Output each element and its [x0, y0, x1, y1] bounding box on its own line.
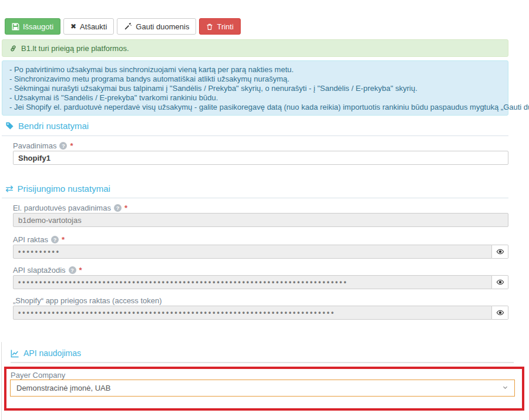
- required-asterisk: *: [124, 204, 127, 212]
- reveal-password-button[interactable]: [492, 275, 508, 289]
- exchange-icon: ⇄: [5, 184, 13, 194]
- toolbar: Išsaugoti ✖ Atšaukti Gauti duomenis Trin…: [5, 18, 241, 35]
- line-chart-icon: [11, 349, 19, 358]
- api-usage-title: API naudojimas: [23, 348, 81, 358]
- connection-settings-title: Prisijungimo nustatymai: [17, 184, 110, 194]
- api-secret-label-text: API slaptažodis: [13, 266, 66, 275]
- save-button-label: Išsaugoti: [23, 22, 53, 31]
- link-icon: [9, 45, 17, 52]
- payer-company-label-text: Payer Company: [11, 371, 65, 380]
- info-line: - Užsakymai iš "Sandėlis / E-prekyba" tv…: [9, 93, 501, 103]
- divider: [11, 362, 514, 363]
- help-icon[interactable]: ?: [59, 142, 67, 150]
- api-key-label-text: API raktas: [13, 235, 48, 244]
- access-success-text: B1.lt turi prieigą prie platformos.: [21, 44, 129, 53]
- help-icon[interactable]: ?: [51, 236, 59, 243]
- help-icon[interactable]: ?: [69, 266, 76, 274]
- trash-icon: [206, 23, 213, 31]
- help-icon[interactable]: ?: [114, 204, 122, 212]
- api-key-group: [13, 245, 508, 259]
- store-name-label-text: El. parduotuvės pavadinimas: [13, 204, 111, 212]
- cancel-x-icon: ✖: [70, 23, 76, 30]
- required-asterisk: *: [62, 235, 65, 244]
- sync-info-alert: - Po patvirtinimo užsakymai bus sinchron…: [2, 60, 508, 116]
- name-label-text: Pavadinimas: [13, 141, 56, 150]
- access-success-alert: B1.lt turi prieigą prie platformos.: [2, 39, 508, 57]
- eye-icon: [496, 248, 504, 256]
- save-icon: [12, 23, 19, 31]
- chevron-down-icon: [502, 384, 508, 392]
- info-line: - Sinchronizavimo metu programa bandys a…: [9, 74, 501, 84]
- payer-company-select[interactable]: Demonstracinė įmonė, UAB: [10, 380, 515, 397]
- payer-company-selected-value: Demonstracinė įmonė, UAB: [16, 384, 110, 392]
- general-settings-title: Bendri nustatymai: [18, 121, 89, 131]
- cancel-button-label: Atšaukti: [80, 22, 107, 31]
- payer-company-field-label: Payer Company: [11, 371, 65, 380]
- access-token-group: [13, 306, 508, 320]
- general-settings-heading: Bendri nustatymai: [5, 121, 89, 131]
- api-secret-input: [13, 275, 492, 289]
- reveal-password-button[interactable]: [492, 245, 508, 259]
- divider: [2, 136, 508, 136]
- name-input[interactable]: [13, 151, 508, 165]
- settings-page: Išsaugoti ✖ Atšaukti Gauti duomenis Trin…: [0, 0, 529, 420]
- store-name-field-label: El. parduotuvės pavadinimas ? *: [13, 204, 127, 212]
- api-key-field-label: API raktas ? *: [13, 235, 65, 244]
- reveal-password-button[interactable]: [492, 306, 508, 320]
- cancel-button[interactable]: ✖ Atšaukti: [63, 18, 114, 35]
- info-line: - Jei Shopify el. parduotuvė neperdavė v…: [9, 103, 501, 112]
- info-line: - Po patvirtinimo užsakymai bus sinchron…: [9, 65, 501, 74]
- api-secret-group: [13, 275, 508, 289]
- save-button[interactable]: Išsaugoti: [5, 18, 60, 35]
- connection-settings-heading: ⇄ Prisijungimo nustatymai: [5, 184, 110, 194]
- api-usage-link[interactable]: API naudojimas: [11, 348, 81, 358]
- api-key-input: [13, 245, 492, 259]
- panel-left-border: [1, 342, 2, 420]
- access-token-field-label: „Shopify“ app prieigos raktas (access to…: [13, 296, 162, 305]
- divider: [2, 198, 508, 198]
- name-field-label: Pavadinimas ? *: [13, 141, 73, 150]
- api-secret-field-label: API slaptažodis ? *: [13, 266, 82, 275]
- access-token-input: [13, 306, 492, 320]
- info-line: - Sėkmingai nurašyti užsakymai bus talpi…: [9, 84, 501, 93]
- delete-button-label: Trinti: [217, 22, 233, 31]
- delete-button[interactable]: Trinti: [199, 18, 240, 35]
- store-name-input: [13, 213, 508, 227]
- tag-icon: [5, 121, 14, 130]
- required-asterisk: *: [79, 266, 82, 275]
- fetch-data-button-label: Gauti duomenis: [136, 22, 189, 31]
- magic-wand-icon: [124, 22, 132, 31]
- eye-icon: [496, 309, 504, 317]
- required-asterisk: *: [70, 141, 73, 150]
- eye-icon: [496, 278, 504, 286]
- fetch-data-button[interactable]: Gauti duomenis: [117, 18, 196, 35]
- access-token-label-text: „Shopify“ app prieigos raktas (access to…: [13, 296, 162, 305]
